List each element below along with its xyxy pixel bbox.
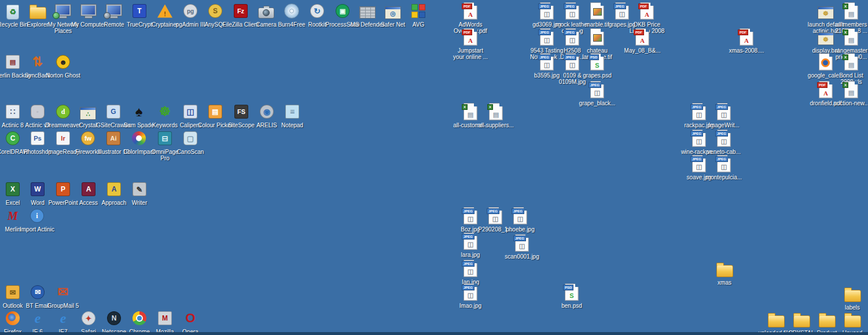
desktop-icon-may-08-b-pdf[interactable]: PDFAMay_08_B&... bbox=[624, 28, 661, 54]
desktop-icon-grape-black-jpg[interactable]: JPEG◫grape_black... bbox=[579, 80, 616, 106]
desktop-icon-xmas-2008-pdf[interactable]: PDFAxmas-2008.... bbox=[728, 28, 765, 54]
writer-icon: ✎ bbox=[128, 180, 151, 198]
desktop-icon-import-actinic[interactable]: iImport Actinic bbox=[19, 207, 56, 233]
icon-label: all-suppliers... bbox=[478, 122, 514, 128]
icon-label: Imao.jpg bbox=[459, 303, 481, 309]
icon-label: Import Actinic bbox=[20, 226, 54, 233]
desktop-icon-montepulcia-jpg[interactable]: JPEG◫montepulcia... bbox=[705, 154, 742, 181]
icon-label: scan0001.jpg bbox=[505, 253, 539, 260]
taskbar-edge[interactable] bbox=[0, 332, 868, 335]
desktop-icon-norton-ghost[interactable]: ☻Norton Ghost bbox=[45, 53, 82, 79]
icon-label: Word bbox=[31, 200, 45, 206]
jpg-icon: JPEG◫ bbox=[459, 259, 482, 278]
jpg-icon: JPEG◫ bbox=[586, 80, 609, 99]
pdf-icon: PDFA bbox=[635, 2, 659, 20]
desktop-icon-ben-psd[interactable]: PSDSben.psd bbox=[553, 283, 590, 309]
jpg-icon: JPEG◫ bbox=[712, 154, 735, 173]
psd-icon: PSDS bbox=[586, 53, 609, 71]
icon-label: ben.psd bbox=[561, 303, 582, 309]
icon-label: CanoScan bbox=[177, 149, 204, 155]
icon-label: grapes.psd bbox=[583, 72, 611, 79]
desktop-icon-avg[interactable]: AVG bbox=[400, 2, 437, 28]
desktop-icon-ian-jpg[interactable]: JPEG◫Ian.jpg bbox=[452, 259, 489, 285]
desktop-icon-groupmail-5[interactable]: ✉GroupMail 5 bbox=[45, 283, 82, 309]
desktop-icon-folder-unused[interactable]: Unused bbox=[834, 310, 868, 335]
jpg-icon: JPEG◫ bbox=[459, 232, 482, 251]
desktop-icon-notepad[interactable]: ≡Notepad bbox=[274, 102, 311, 128]
folder-icon bbox=[841, 285, 864, 303]
xls-icon: X▤ bbox=[840, 28, 863, 46]
desktop-icon-lara-jpg[interactable]: JPEG◫lara.jpg bbox=[452, 232, 489, 258]
desktop-icon-grapes-psd[interactable]: PSDSgrapes.psd bbox=[579, 53, 616, 79]
icon-label: xmas-2008.... bbox=[729, 47, 764, 54]
icon-label: Writer bbox=[132, 200, 147, 206]
desktop-icon-opera[interactable]: OOpera bbox=[172, 309, 209, 335]
desktop-icon-all-suppliers-xls[interactable]: X▤all-suppliers... bbox=[477, 102, 514, 128]
icon-label: Norton Ghost bbox=[46, 72, 80, 79]
pdf-icon: PDFA bbox=[459, 28, 482, 46]
xls-icon: X▤ bbox=[840, 53, 863, 71]
jpg-icon: JPEG◫ bbox=[459, 283, 482, 301]
notepad-icon: ≡ bbox=[281, 102, 304, 121]
desktop-icon-auction-new-xls[interactable]: X▤auction-new... bbox=[833, 80, 868, 106]
jpg-icon: JPEG◫ bbox=[509, 207, 532, 225]
icon-label: lara.jpg bbox=[461, 252, 480, 258]
desktop-icon-imao-jpg[interactable]: JPEG◫Imao.jpg bbox=[452, 283, 489, 309]
icon-label: GroupMail 5 bbox=[47, 303, 79, 309]
icon-label: AVG bbox=[413, 21, 424, 28]
importactinic-icon: i bbox=[25, 207, 49, 225]
icon-label: Crystal bbox=[79, 122, 97, 128]
jpg-icon: JPEG◫ bbox=[510, 234, 534, 252]
opera-icon: O bbox=[179, 309, 202, 327]
icon-label: Notepad bbox=[281, 122, 303, 128]
jpg-icon: JPEG◫ bbox=[712, 102, 735, 121]
icon-label: montepulcia... bbox=[706, 174, 742, 181]
icon-label: May_08_B&... bbox=[624, 47, 661, 54]
xls-icon: X▤ bbox=[840, 80, 863, 99]
icon-label: auction-new... bbox=[833, 100, 868, 106]
icon-label: Jumpstart your online ... bbox=[452, 47, 489, 60]
avg-icon bbox=[407, 2, 430, 20]
folder-icon bbox=[713, 260, 736, 278]
icon-label: Rootkit bbox=[308, 21, 326, 28]
desktop[interactable]: ♻Recycle BinExplorerMy Network PlacesMy … bbox=[0, 0, 868, 335]
tif-icon bbox=[586, 28, 609, 46]
desktop-icon-canoscan[interactable]: ▢CanoScan bbox=[172, 129, 209, 155]
icon-label: phoebe.jpg bbox=[506, 226, 535, 233]
pdf-icon: PDFA bbox=[735, 28, 758, 46]
pdf-icon: PDFA bbox=[459, 2, 482, 20]
desktop-icon-folder-xmas[interactable]: xmas bbox=[706, 260, 743, 286]
pdf-icon: PDFA bbox=[631, 28, 654, 46]
jpg-icon: JPEG◫ bbox=[712, 129, 735, 148]
desktop-icon-imagewrit-jpg[interactable]: JPEG◫ImageWrit... bbox=[705, 102, 742, 128]
icon-label: Excel bbox=[6, 200, 20, 206]
ghost-icon: ☻ bbox=[52, 53, 75, 71]
canoscan-icon: ▢ bbox=[179, 129, 202, 148]
groupmail-icon: ✉ bbox=[52, 283, 75, 301]
psd-icon: PSDS bbox=[560, 283, 583, 301]
desktop-icon-writer[interactable]: ✎Writer bbox=[121, 180, 158, 206]
desktop-icon-phoebe-jpg[interactable]: JPEG◫phoebe.jpg bbox=[502, 207, 539, 233]
xls-icon: X▤ bbox=[484, 102, 507, 121]
icon-label: ImageWrit... bbox=[708, 122, 740, 128]
desktop-icon-jumpstart-your-online-pdf[interactable]: PDFAJumpstart your online ... bbox=[452, 28, 489, 60]
xls-icon: X▤ bbox=[840, 2, 863, 20]
desktop-icon-veneto-cab-jpg[interactable]: JPEG◫veneto-cab... bbox=[705, 129, 742, 155]
folder-icon bbox=[841, 310, 864, 329]
icon-label: grape_black... bbox=[579, 100, 616, 106]
desktop-icon-folder-labels[interactable]: labels bbox=[834, 285, 868, 311]
desktop-icon-scan0001-jpg[interactable]: JPEG◫scan0001.jpg bbox=[503, 234, 540, 260]
icon-label: xmas bbox=[718, 279, 731, 286]
